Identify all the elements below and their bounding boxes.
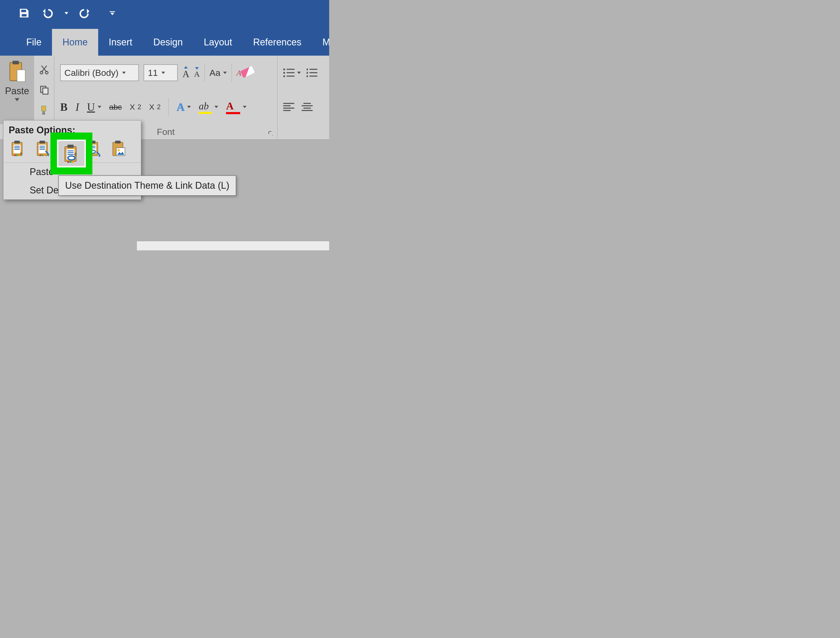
svg-rect-13 (16, 155, 18, 156)
subscript-button[interactable]: X2 (129, 103, 141, 112)
paste-label: Paste (5, 85, 29, 96)
font-dialog-launcher-icon[interactable] (268, 130, 274, 137)
svg-rect-14 (18, 155, 20, 156)
paste-keep-source-formatting-icon[interactable]: a (9, 139, 27, 158)
undo-dropdown-icon[interactable] (65, 12, 68, 14)
chevron-down-icon (122, 72, 126, 74)
paste-dropdown-icon[interactable] (15, 98, 19, 101)
font-color-swatch (226, 112, 240, 114)
chevron-down-icon (98, 106, 101, 108)
chevron-down-icon (187, 106, 191, 108)
paste-button[interactable]: Paste (0, 56, 34, 124)
svg-text:a: a (20, 150, 22, 156)
highlight-color-button[interactable]: ab (199, 100, 218, 114)
svg-rect-16 (39, 141, 45, 144)
clear-formatting-icon[interactable]: A (237, 68, 254, 77)
italic-button[interactable]: I (75, 101, 79, 114)
superscript-button[interactable]: X2 (149, 103, 161, 112)
undo-icon[interactable] (40, 7, 54, 19)
align-center-button[interactable] (302, 103, 313, 111)
svg-rect-1 (13, 61, 19, 64)
clipboard-mini-buttons (34, 56, 54, 124)
svg-rect-12 (14, 155, 16, 156)
svg-rect-18 (39, 155, 41, 156)
bold-button[interactable]: B (60, 101, 68, 114)
svg-rect-7 (41, 106, 46, 111)
tab-design[interactable]: Design (143, 29, 193, 56)
chevron-down-icon (297, 72, 301, 74)
chevron-down-icon (215, 106, 218, 108)
numbering-icon (306, 68, 317, 77)
numbering-button[interactable] (306, 68, 317, 77)
paste-merge-formatting-icon[interactable] (34, 139, 52, 158)
strikethrough-button[interactable]: abc (109, 103, 122, 112)
copy-icon[interactable] (39, 85, 49, 95)
separator (204, 63, 205, 82)
svg-rect-20 (44, 155, 45, 156)
svg-rect-36 (72, 161, 74, 163)
svg-point-28 (118, 149, 120, 152)
bullets-button[interactable] (283, 68, 301, 77)
paste-use-destination-theme-link-data-icon[interactable]: a (57, 140, 86, 167)
svg-text:a: a (74, 150, 77, 157)
tab-references[interactable]: References (243, 29, 312, 56)
text-effects-button[interactable]: A (177, 101, 191, 114)
font-color-button[interactable]: A (226, 100, 246, 114)
font-size-select[interactable]: 11 (144, 64, 178, 81)
tab-home[interactable]: Home (52, 29, 98, 56)
document-canvas[interactable] (136, 241, 329, 250)
svg-rect-30 (68, 145, 74, 148)
svg-rect-9 (14, 141, 20, 144)
align-left-button[interactable] (283, 103, 294, 111)
svg-rect-35 (69, 161, 71, 163)
quick-access-toolbar (0, 0, 329, 26)
redo-icon[interactable] (79, 7, 92, 19)
tab-insert[interactable]: Insert (98, 29, 143, 56)
customize-qat-icon[interactable] (110, 11, 115, 15)
svg-rect-26 (115, 141, 121, 144)
tab-layout[interactable]: Layout (193, 29, 243, 56)
highlight-swatch (199, 112, 212, 114)
font-name-select[interactable]: Calibri (Body) (60, 64, 139, 81)
svg-rect-34 (68, 161, 69, 163)
ribbon-group-paragraph (278, 56, 329, 139)
font-name-value: Calibri (Body) (64, 68, 118, 78)
font-size-value: 11 (148, 68, 158, 78)
change-case-button[interactable]: Aa (210, 68, 227, 78)
underline-button[interactable]: U (87, 101, 101, 114)
svg-rect-2 (17, 70, 25, 82)
svg-rect-6 (43, 88, 48, 94)
paste-option-tooltip: Use Destination Theme & Link Data (L) (58, 175, 236, 196)
shrink-font-icon[interactable]: A (194, 67, 200, 79)
tutorial-highlight-box: a (51, 133, 92, 175)
paragraph-group-label (278, 124, 329, 139)
svg-point-4 (46, 71, 48, 74)
tab-file[interactable]: File (16, 29, 52, 56)
chevron-down-icon (161, 72, 165, 74)
tab-more-cut[interactable]: M (312, 29, 329, 56)
grow-font-icon[interactable]: A (182, 66, 189, 79)
clipboard-icon (8, 60, 26, 84)
chevron-down-icon (243, 106, 246, 108)
svg-rect-19 (41, 155, 43, 156)
ribbon-tabs: File Home Insert Design Layout Reference… (0, 26, 329, 56)
cut-icon[interactable] (39, 64, 49, 75)
bullets-icon (283, 68, 295, 77)
format-painter-icon[interactable] (39, 105, 49, 115)
paste-as-picture-icon[interactable] (109, 139, 128, 158)
svg-point-3 (40, 71, 43, 74)
save-icon[interactable] (18, 7, 30, 19)
chevron-down-icon (223, 72, 227, 74)
